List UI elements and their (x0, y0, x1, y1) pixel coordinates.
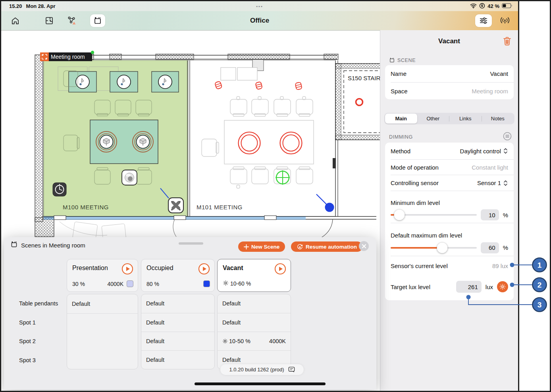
name-field[interactable]: Name Vacant (385, 65, 514, 82)
pir-sensor-icon[interactable] (122, 170, 137, 185)
room-label-s150: S150 STAIRS (348, 75, 384, 81)
tab-main[interactable]: Main (385, 114, 417, 124)
room-tag-label: Meeting room (51, 54, 85, 60)
play-scene-button[interactable] (274, 263, 286, 275)
filter-sliders-button[interactable] (475, 14, 492, 27)
min-dim-value[interactable]: 10 (481, 209, 499, 220)
color-swatch-blue (203, 280, 210, 287)
wall-left-lower (35, 218, 54, 237)
sun-icon (222, 338, 228, 344)
scene-temp: 4000K (108, 281, 123, 287)
close-icon (362, 244, 366, 249)
sensor-value: Sensor 1 (477, 180, 501, 186)
chevron-up-down-icon (503, 180, 508, 187)
room-tag[interactable]: Meeting room (40, 51, 94, 61)
scene-card-vacant-selected[interactable]: Vacant 10-60 % (217, 259, 291, 292)
grid-cell-empty[interactable] (67, 313, 138, 369)
list-options-icon[interactable] (503, 132, 512, 142)
space-field[interactable]: Space Meeting room (385, 83, 514, 99)
slider-thumb[interactable] (394, 210, 405, 220)
min-dim-label: Minimum dim level (385, 191, 514, 207)
inspector-tabs: Main Other Links Notes (384, 113, 514, 124)
sun-icon (499, 284, 506, 290)
tab-other[interactable]: Other (417, 114, 449, 124)
chevron-up-down-icon (503, 147, 508, 154)
wall-left (35, 55, 43, 222)
resume-automation-button[interactable]: A Resume automation (291, 241, 362, 252)
scene-name: Presentation (72, 265, 108, 272)
home-indicator[interactable] (195, 382, 326, 385)
play-scene-button[interactable] (198, 263, 210, 275)
spotlight-fixtures-m100[interactable] (69, 71, 179, 92)
grid-cell[interactable]: Default (141, 350, 214, 369)
scene-section-label: SCENE (389, 57, 416, 63)
target-lux-row: Target lux level 261 lux (385, 276, 514, 298)
automation-icon: A (297, 243, 303, 250)
room-label-m100: M100 MEETING (63, 204, 109, 210)
dimming-section-label: DIMMING (389, 134, 413, 140)
max-dim-slider[interactable] (391, 242, 477, 253)
floorplan-button[interactable] (44, 15, 54, 26)
target-lux-input[interactable]: 261 (456, 281, 482, 293)
scene-name: Vacant (223, 265, 243, 272)
network-button[interactable] (67, 15, 77, 26)
controlling-sensor-field[interactable]: Controlling sensor Sensor 1 (385, 175, 514, 191)
play-scene-button[interactable] (121, 263, 133, 275)
scenes-button-active[interactable] (90, 14, 105, 27)
screenshot-frame: 15.20 Mon 28. Apr ••• 42 % Office (0, 0, 551, 392)
room-label-m101: M101 MEETING (197, 204, 243, 210)
row-label: Table pendants (19, 294, 58, 313)
scene-fields-card: Name Vacant Space Meeting room (385, 65, 514, 99)
inspector-title: Vacant (380, 37, 518, 45)
broadcast-button[interactable] (498, 15, 512, 26)
grid-cell[interactable]: Default (67, 294, 138, 313)
min-dim-slider[interactable] (391, 209, 477, 220)
target-lux-capture-button[interactable] (497, 281, 508, 292)
sensor-current-value: 89 lux (492, 263, 508, 269)
tab-notes[interactable]: Notes (482, 114, 514, 124)
max-dim-label: Default maximum dim level (385, 223, 514, 239)
scene-dim: 30 % (72, 281, 85, 287)
grid-cell[interactable]: Default (141, 332, 214, 350)
scenes-sheet: Scenes in Meeting room New Scene A Resum… (4, 237, 376, 390)
sensor-current-level-row: Sensor's current level 89 lux (385, 256, 514, 276)
method-value: Daylight control (460, 148, 501, 154)
version-badge[interactable]: 1.0.20 build 1262 (prod) (220, 364, 304, 375)
grid-cell[interactable]: Default (141, 313, 214, 332)
trash-icon[interactable] (503, 37, 512, 46)
sheet-drag-handle[interactable] (179, 242, 203, 245)
close-sheet-button[interactable] (359, 241, 369, 251)
wall-pier (333, 158, 336, 168)
grid-cell[interactable]: Default (218, 313, 291, 332)
home-button[interactable] (10, 15, 20, 26)
timer-clock-icon[interactable] (53, 183, 66, 196)
status-bar: 15.20 Mon 28. Apr ••• 42 % (1, 1, 518, 11)
scene-dim: 10-60 % (230, 280, 251, 287)
mode-field: Mode of operation Constant light (385, 160, 514, 175)
new-scene-button[interactable]: New Scene (238, 241, 285, 252)
app-window: 15.20 Mon 28. Apr ••• 42 % Office (1, 1, 519, 391)
slider-thumb[interactable] (437, 242, 447, 253)
ceiling-tiles-m101 (221, 68, 257, 80)
max-dim-value[interactable]: 60 (481, 242, 499, 253)
grid-cell[interactable]: Default (141, 294, 214, 313)
grid-column-occupied: Default Default Default Default (141, 294, 215, 369)
dimming-card: Method Daylight control Mode of operatio… (385, 143, 514, 300)
mode-value: Constant light (472, 164, 508, 171)
svg-text:A: A (299, 245, 301, 249)
sheet-title: Scenes in Meeting room (21, 242, 85, 249)
inspector-panel: Vacant SCENE Name Vacant Space Meeting r… (380, 30, 518, 391)
space-value: Meeting room (472, 88, 508, 95)
grid-cell[interactable]: 10-50 % 4000K (218, 332, 291, 350)
plus-icon (244, 244, 249, 249)
grid-cell[interactable]: Default (218, 294, 291, 313)
name-value: Vacant (490, 70, 508, 77)
method-field[interactable]: Method Daylight control (385, 143, 514, 159)
min-dim-slider-row: 10 % (385, 207, 514, 223)
scene-icon (389, 57, 395, 63)
scene-icon (10, 241, 18, 249)
toolbar: Office (1, 11, 518, 31)
tab-links[interactable]: Links (449, 114, 482, 124)
scene-card-occupied[interactable]: Occupied 80 % (141, 259, 215, 292)
scene-card-presentation[interactable]: Presentation 30 % 4000K (67, 259, 138, 292)
